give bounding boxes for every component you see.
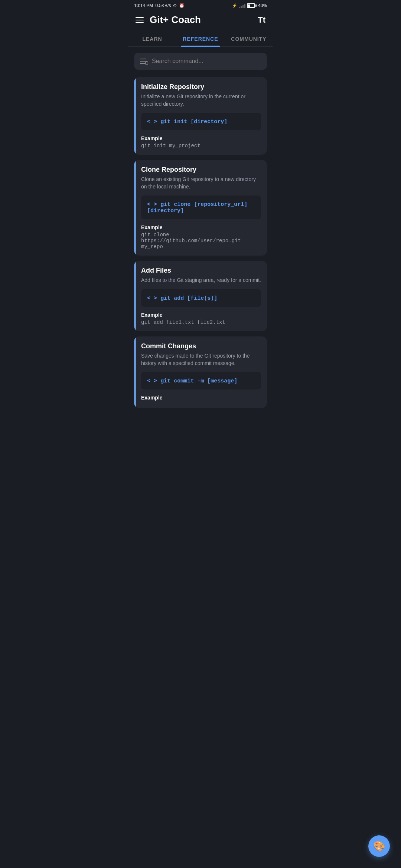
card-content: Commit Changes Save changes made to the … <box>136 336 267 408</box>
card-title: Add Files <box>141 267 261 274</box>
svg-rect-0 <box>140 59 146 59</box>
card-title: Commit Changes <box>141 342 261 350</box>
status-bar-right: ⚡ 40% <box>232 3 267 8</box>
card-description: Add files to the Git staging area, ready… <box>141 277 261 284</box>
example-label: Example <box>141 395 261 401</box>
example-value: git add file1.txt file2.txt <box>141 319 261 325</box>
example-label: Example <box>141 224 261 230</box>
card-title: Clone Repository <box>141 166 261 174</box>
command-text: < > git add [file(s)] <box>147 295 217 302</box>
search-input[interactable] <box>152 58 261 65</box>
search-filter-icon <box>140 58 148 65</box>
example-value: git init my_project <box>141 143 261 149</box>
card-description: Clone an existing Git repository to a ne… <box>141 176 261 190</box>
card-content: Initialize Repository Initialize a new G… <box>136 77 267 155</box>
app-header: Git+ Coach Tt <box>128 10 273 32</box>
app-title: Git+ Coach <box>150 14 201 26</box>
alarm-icon: ⏰ <box>179 3 185 8</box>
time-display: 10:14 PM <box>134 3 153 8</box>
card-title: Initialize Repository <box>141 83 261 91</box>
example-label: Example <box>141 312 261 318</box>
command-box[interactable]: < > git add [file(s)] <box>141 289 261 307</box>
card-add: Add Files Add files to the Git staging a… <box>134 261 267 331</box>
commands-list: Initialize Repository Initialize a new G… <box>128 77 273 408</box>
tab-bar: LEARN REFERENCE COMMUNITY <box>128 32 273 47</box>
command-box[interactable]: < > git init [directory] <box>141 113 261 130</box>
charging-icon: ⚡ <box>232 3 237 8</box>
status-bar-left: 10:14 PM 0.5KB/s ⊙ ⏰ <box>134 3 185 8</box>
card-content: Clone Repository Clone an existing Git r… <box>136 160 267 256</box>
header-left: Git+ Coach <box>136 14 201 26</box>
command-text: < > git init [directory] <box>147 118 227 125</box>
signal-bars <box>239 3 245 8</box>
example-label: Example <box>141 135 261 141</box>
card-content: Add Files Add files to the Git staging a… <box>136 261 267 331</box>
tab-community[interactable]: COMMUNITY <box>225 32 273 46</box>
battery-percentage: 40% <box>258 3 267 8</box>
network-speed: 0.5KB/s <box>155 3 171 8</box>
command-text: < > git commit -m [message] <box>147 377 237 384</box>
tab-reference[interactable]: REFERENCE <box>176 32 225 46</box>
card-clone: Clone Repository Clone an existing Git r… <box>134 160 267 256</box>
menu-button[interactable] <box>136 17 144 23</box>
command-box[interactable]: < > git commit -m [message] <box>141 372 261 389</box>
command-box[interactable]: < > git clone [repository_url] [director… <box>141 195 261 219</box>
battery-indicator <box>247 3 257 8</box>
card-description: Initialize a new Git repository in the c… <box>141 93 261 108</box>
text-size-button[interactable]: Tt <box>258 15 265 25</box>
svg-line-4 <box>148 64 148 65</box>
sync-icon: ⊙ <box>173 3 177 8</box>
command-text: < > git clone [repository_url] [director… <box>147 201 255 214</box>
search-bar[interactable] <box>134 53 267 70</box>
status-bar: 10:14 PM 0.5KB/s ⊙ ⏰ ⚡ 40% <box>128 0 273 10</box>
tab-learn[interactable]: LEARN <box>128 32 176 46</box>
example-value: git clone https://github.com/user/repo.g… <box>141 232 261 250</box>
card-init: Initialize Repository Initialize a new G… <box>134 77 267 155</box>
card-description: Save changes made to the Git repository … <box>141 352 261 367</box>
svg-rect-1 <box>140 61 146 62</box>
card-commit: Commit Changes Save changes made to the … <box>134 336 267 408</box>
